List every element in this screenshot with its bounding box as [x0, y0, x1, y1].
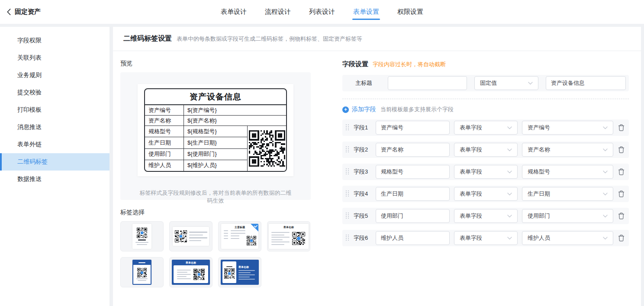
field-value-select[interactable]: 规格型号 — [522, 165, 613, 179]
trash-icon — [618, 124, 625, 131]
template-section-label: 标签选择 — [120, 209, 311, 216]
template-tile-4[interactable]: 表单名称 — [267, 221, 310, 251]
text-line — [271, 232, 290, 233]
template-tile-5[interactable] — [120, 257, 164, 287]
trash-icon — [618, 190, 625, 197]
sidebar-item-表单外链[interactable]: 表单外链 — [0, 136, 109, 153]
text-line — [231, 233, 245, 234]
select-value: 表单字段 — [460, 190, 482, 198]
field-source-select[interactable]: 表单字段 — [454, 209, 518, 223]
select-value: 表单字段 — [460, 124, 482, 132]
select-value: 使用部门 — [528, 212, 550, 220]
field-row: 字段5表单字段使用部门 — [342, 208, 629, 224]
delete-field-button[interactable] — [618, 190, 625, 198]
field-row: 字段4表单字段生产日期 — [342, 186, 629, 202]
text-line — [177, 276, 187, 277]
label-table-row-label: 资产名称 — [145, 115, 184, 126]
add-field-button[interactable]: + 添加字段 — [342, 106, 376, 113]
tab-表单设计[interactable]: 表单设计 — [221, 0, 247, 24]
add-field-hint: 当前模板最多支持展示个字段 — [380, 106, 454, 113]
sidebar-item-关联列表[interactable]: 关联列表 — [0, 49, 109, 67]
select-value: 表单字段 — [460, 146, 482, 154]
page-description: 表单中的每条数据或字段可生成二维码标签，例物料标签、固定资产标签等 — [177, 35, 362, 43]
field-value-select[interactable]: 资产编号 — [522, 121, 613, 135]
chevron-down-icon — [507, 148, 512, 151]
label-preview-box: 资产设备信息 资产编号${资产编号}资产名称${资产名称}规格型号${规格型号}… — [120, 72, 311, 200]
chevron-down-icon — [603, 126, 608, 129]
label-preview-card: 资产设备信息 资产编号${资产编号}资产名称${资产名称}规格型号${规格型号}… — [138, 84, 293, 176]
text-line — [231, 238, 239, 239]
fields-header: 字段设置 字段内容过长时，将自动截断 — [342, 60, 629, 68]
template-thumbnail: 表单名称 — [172, 260, 210, 285]
field-index-label: 字段6 — [354, 234, 376, 242]
sidebar-item-业务规则[interactable]: 业务规则 — [0, 67, 109, 84]
drag-handle-icon[interactable] — [346, 168, 350, 175]
field-source-select[interactable]: 表单字段 — [454, 231, 518, 245]
sidebar-item-数据推送[interactable]: 数据推送 — [0, 171, 109, 188]
template-tile-3[interactable]: 主要标题 — [218, 221, 261, 251]
label-table: 资产设备信息 资产编号${资产编号}资产名称${资产名称}规格型号${规格型号}… — [144, 88, 287, 172]
field-name-input[interactable] — [376, 209, 450, 223]
template-thumbnail — [173, 227, 209, 246]
text-line — [177, 272, 187, 273]
mini-header — [133, 261, 151, 265]
template-tile-6[interactable]: 表单名称 — [169, 257, 213, 287]
delete-field-button[interactable] — [618, 168, 625, 176]
label-table-row-value: ${生产日期} — [184, 137, 247, 148]
tab-列表设计[interactable]: 列表设计 — [309, 0, 335, 24]
template-tile-1[interactable] — [120, 221, 164, 251]
field-source-select[interactable]: 表单字段 — [454, 187, 518, 201]
delete-field-button[interactable] — [618, 212, 625, 220]
delete-field-button[interactable] — [618, 146, 625, 154]
sidebar-item-字段权限[interactable]: 字段权限 — [0, 32, 109, 49]
field-source-select[interactable]: 表单字段 — [454, 143, 518, 157]
field-value-select[interactable]: 资产名称 — [522, 143, 613, 157]
field-row: 字段3表单字段规格型号 — [342, 164, 629, 180]
sidebar-item-消息推送[interactable]: 消息推送 — [0, 119, 109, 136]
fields-warning-text: 字段内容过长时，将自动截断 — [373, 61, 446, 68]
tab-权限设置[interactable]: 权限设置 — [397, 0, 423, 24]
tab-流程设计[interactable]: 流程设计 — [265, 0, 291, 24]
chevron-down-icon — [507, 171, 512, 174]
field-name-input[interactable] — [376, 143, 450, 157]
drag-handle-icon[interactable] — [346, 124, 350, 131]
drag-handle-icon[interactable] — [346, 213, 350, 219]
main-title-text-input[interactable] — [388, 76, 467, 90]
sidebar-item-打印模板[interactable]: 打印模板 — [0, 101, 109, 119]
delete-field-button[interactable] — [618, 234, 625, 242]
label-table-row-label: 规格型号 — [145, 126, 184, 137]
template-title: 表单名称 — [174, 261, 208, 265]
template-thumbnail: 表单名称 — [269, 224, 309, 249]
text-line — [137, 244, 147, 245]
field-name-input[interactable] — [376, 165, 450, 179]
text-line — [271, 237, 290, 238]
drag-handle-icon[interactable] — [346, 146, 350, 153]
template-thumbnail: 主要标题 — [221, 224, 258, 249]
field-index-label: 字段5 — [354, 212, 376, 220]
sidebar-item-提交校验[interactable]: 提交校验 — [0, 84, 109, 101]
sidebar-item-二维码标签[interactable]: 二维码标签 — [0, 153, 109, 171]
tab-表单设置[interactable]: 表单设置 — [353, 0, 379, 24]
field-value-select[interactable]: 生产日期 — [522, 187, 613, 201]
text-lines — [189, 232, 207, 241]
main-title-source-select[interactable]: 固定值 — [474, 76, 538, 90]
delete-field-button[interactable] — [618, 124, 625, 132]
text-line — [138, 239, 146, 241]
field-name-input[interactable] — [376, 187, 450, 201]
main-title-label: 主标题 — [355, 79, 376, 87]
select-value: 维护人员 — [528, 234, 550, 242]
field-source-select[interactable]: 表单字段 — [454, 165, 518, 179]
text-line — [189, 232, 207, 233]
field-index-label: 字段1 — [354, 124, 376, 132]
template-tile-2[interactable] — [169, 221, 213, 251]
field-value-select[interactable]: 使用部门 — [522, 209, 613, 223]
drag-handle-icon[interactable] — [346, 235, 350, 242]
field-source-select[interactable]: 表单字段 — [454, 121, 518, 135]
field-value-select[interactable]: 维护人员 — [522, 231, 613, 245]
drag-handle-icon[interactable] — [346, 190, 350, 197]
back-button[interactable]: 固定资产 — [7, 0, 41, 24]
main-title-value-input[interactable] — [546, 76, 626, 90]
field-name-input[interactable] — [376, 121, 450, 135]
template-tile-7[interactable]: 表单名称 — [218, 257, 261, 287]
field-name-input[interactable] — [376, 231, 450, 245]
